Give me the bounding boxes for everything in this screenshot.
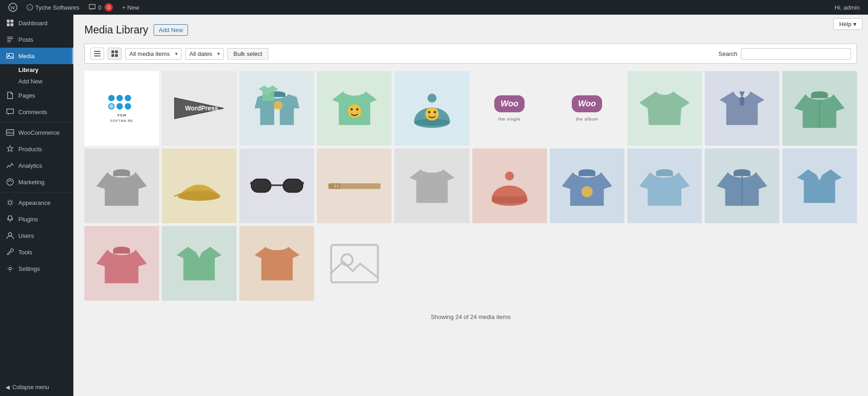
svg-rect-17 <box>94 51 100 52</box>
sidebar-item-comments[interactable]: Comments <box>0 104 73 120</box>
media-item[interactable] <box>162 226 237 301</box>
sidebar-sub-add-new[interactable]: Add New <box>18 76 73 87</box>
media-item[interactable]: Woo the album <box>550 71 625 146</box>
date-filter-wrapper[interactable]: All dates <box>185 48 224 60</box>
svg-point-15 <box>8 233 11 236</box>
svg-point-55 <box>341 254 352 265</box>
svg-rect-23 <box>115 54 118 57</box>
media-item[interactable] <box>394 71 469 146</box>
sidebar-item-marketing[interactable]: Marketing <box>0 174 73 190</box>
sidebar-item-tools[interactable]: Tools <box>0 244 73 260</box>
svg-point-33 <box>425 107 438 121</box>
media-item[interactable] <box>84 148 159 223</box>
svg-rect-5 <box>11 20 13 22</box>
media-item[interactable] <box>162 148 237 223</box>
search-input[interactable] <box>741 48 851 60</box>
adminbar-right: Hi, admin <box>830 0 864 15</box>
dashboard-icon <box>6 18 15 28</box>
collapse-menu-button[interactable]: ◀ Collapse menu <box>0 379 73 396</box>
media-item[interactable] <box>317 71 392 146</box>
users-icon <box>6 231 15 240</box>
media-item[interactable] <box>317 148 392 223</box>
svg-rect-40 <box>283 179 303 192</box>
media-item[interactable] <box>550 148 625 223</box>
sidebar-item-users[interactable]: Users <box>0 227 73 244</box>
media-item[interactable]: WordPress <box>162 71 237 146</box>
user-greeting[interactable]: Hi, admin <box>830 0 864 15</box>
media-item[interactable] <box>394 148 469 223</box>
media-item[interactable] <box>782 148 857 223</box>
sidebar-item-appearance[interactable]: Appearance <box>0 194 73 211</box>
site-name[interactable]: ⌂ Tyche Softwares <box>22 0 84 15</box>
sidebar-item-dashboard[interactable]: Dashboard <box>0 15 73 31</box>
products-icon <box>6 144 15 154</box>
svg-point-28 <box>350 109 353 111</box>
media-item[interactable] <box>239 226 314 301</box>
svg-text:WordPress: WordPress <box>185 105 219 112</box>
page-title: Media Library <box>84 24 148 36</box>
sidebar-item-posts[interactable]: Posts <box>0 31 73 48</box>
status-bar: Showing 24 of 24 media items <box>84 310 857 324</box>
svg-point-32 <box>427 94 437 103</box>
bulk-select-button[interactable]: Bulk select <box>227 48 268 60</box>
svg-text:W: W <box>10 5 16 11</box>
svg-point-38 <box>178 192 221 201</box>
svg-rect-21 <box>115 50 118 53</box>
svg-rect-6 <box>7 23 10 26</box>
tools-icon <box>6 248 15 257</box>
add-new-button[interactable]: Add New <box>154 24 188 36</box>
media-item[interactable] <box>627 148 702 223</box>
svg-rect-36 <box>740 97 744 105</box>
media-item[interactable] <box>239 71 314 146</box>
sidebar-item-settings[interactable]: Settings <box>0 260 73 277</box>
sidebar-sub-library[interactable]: Library <box>18 64 73 76</box>
collapse-icon: ◀ <box>6 384 10 390</box>
search-label: Search <box>719 50 737 57</box>
sidebar-item-pages[interactable]: Pages <box>0 87 73 104</box>
media-item[interactable]: Woo the single <box>472 71 547 146</box>
media-item-placeholder[interactable] <box>317 226 392 301</box>
media-type-filter[interactable]: All media items <box>125 48 182 60</box>
settings-icon <box>6 264 15 273</box>
media-type-filter-wrapper[interactable]: All media items <box>125 48 182 60</box>
svg-rect-18 <box>94 53 100 54</box>
svg-rect-51 <box>492 196 526 202</box>
sidebar-item-woocommerce[interactable]: Woo WooCommerce <box>0 124 73 141</box>
media-item[interactable] <box>627 71 702 146</box>
media-item[interactable] <box>472 148 547 223</box>
media-item[interactable] <box>239 148 314 223</box>
list-view-button[interactable] <box>90 48 104 60</box>
search-area: Search <box>719 48 851 60</box>
svg-text:Woo: Woo <box>7 131 14 135</box>
svg-point-13 <box>8 201 11 204</box>
svg-rect-19 <box>94 55 100 56</box>
media-item[interactable] <box>705 148 780 223</box>
svg-point-12 <box>7 179 13 185</box>
sidebar-item-plugins[interactable]: Plugins <box>0 211 73 227</box>
sidebar-item-analytics[interactable]: Analytics <box>0 157 73 174</box>
comments-nav-icon <box>6 107 15 116</box>
svg-point-29 <box>356 109 359 111</box>
media-submenu: Library Add New <box>0 64 73 87</box>
media-item[interactable] <box>84 226 159 301</box>
media-item[interactable] <box>782 71 857 146</box>
media-item[interactable]: YCH SOFTWA RE <box>84 71 159 146</box>
date-filter[interactable]: All dates <box>185 48 224 60</box>
help-button[interactable]: Help ▾ <box>833 18 862 30</box>
media-toolbar: All media items All dates Bulk select Se… <box>84 44 857 64</box>
svg-rect-7 <box>11 23 13 26</box>
posts-icon <box>6 35 15 44</box>
new-content-button[interactable]: + New <box>117 0 144 15</box>
media-item[interactable] <box>705 71 780 146</box>
sidebar-item-products[interactable]: Products <box>0 141 73 157</box>
grid-view-button[interactable] <box>108 48 122 60</box>
sidebar: Dashboard Posts Media Library Add New Pa… <box>0 15 73 396</box>
comments-button[interactable]: 0 0 <box>84 0 117 15</box>
marketing-icon <box>6 177 15 187</box>
svg-rect-45 <box>328 183 340 189</box>
woocommerce-icon: Woo <box>6 128 15 137</box>
wp-logo[interactable]: W <box>4 0 22 15</box>
svg-text:⌂: ⌂ <box>29 6 31 9</box>
svg-point-16 <box>9 267 11 270</box>
sidebar-item-media[interactable]: Media <box>0 48 73 64</box>
